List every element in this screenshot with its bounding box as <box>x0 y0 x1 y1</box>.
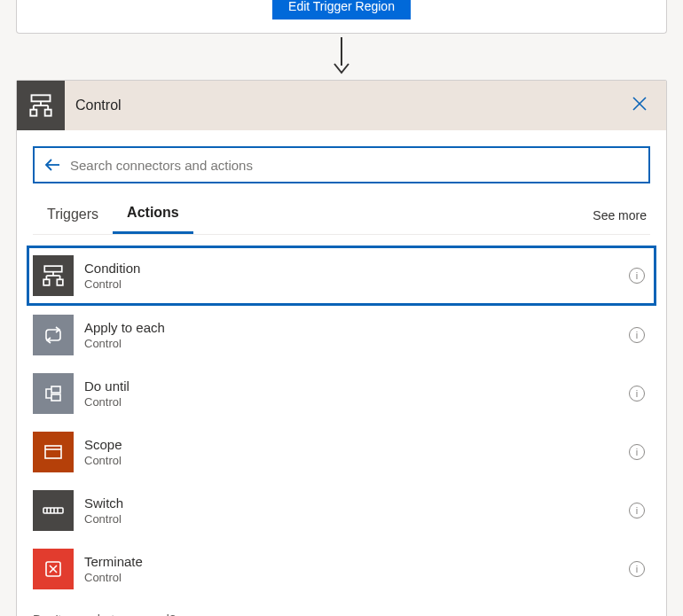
dountil-icon <box>33 373 74 414</box>
info-icon[interactable]: i <box>629 268 645 284</box>
trigger-card: Edit Trigger Region <box>16 0 667 34</box>
action-subtitle: Control <box>84 277 629 291</box>
action-title: Switch <box>84 495 629 511</box>
action-text: Apply to eachControl <box>84 320 629 350</box>
action-item-terminate[interactable]: TerminateControli <box>29 540 654 598</box>
loop-icon <box>33 315 74 355</box>
action-text: ConditionControl <box>84 261 629 291</box>
action-subtitle: Control <box>84 571 629 584</box>
svg-rect-17 <box>57 279 63 285</box>
switch-icon <box>33 490 74 531</box>
info-icon[interactable]: i <box>629 386 645 402</box>
action-subtitle: Control <box>84 512 629 526</box>
action-text: Do untilControl <box>84 378 629 409</box>
action-text: SwitchControl <box>84 495 629 526</box>
action-title: Apply to each <box>84 320 629 335</box>
back-icon[interactable] <box>43 156 61 174</box>
search-input[interactable] <box>70 158 640 173</box>
svg-rect-21 <box>45 446 61 458</box>
action-text: TerminateControl <box>84 554 629 584</box>
svg-rect-6 <box>30 110 36 116</box>
svg-rect-7 <box>45 110 51 116</box>
action-list: ConditionControliApply to eachControliDo… <box>17 235 666 598</box>
tabs: Triggers Actions See more <box>33 196 650 235</box>
control-icon <box>17 81 65 130</box>
panel-title: Control <box>65 97 627 113</box>
svg-rect-11 <box>44 266 62 272</box>
action-subtitle: Control <box>84 454 629 467</box>
action-title: Terminate <box>84 554 629 569</box>
info-icon[interactable]: i <box>629 561 645 577</box>
action-item-do-until[interactable]: Do untilControli <box>29 364 654 423</box>
see-more-link[interactable]: See more <box>589 199 650 231</box>
svg-rect-19 <box>51 386 60 393</box>
action-text: ScopeControl <box>84 437 629 467</box>
condition-icon <box>33 255 74 296</box>
flow-arrow-icon <box>0 34 683 80</box>
tab-triggers[interactable]: Triggers <box>33 198 113 233</box>
action-item-condition[interactable]: ConditionControli <box>27 246 656 306</box>
action-title: Do until <box>84 378 629 394</box>
action-title: Condition <box>84 261 629 276</box>
svg-rect-20 <box>51 394 60 401</box>
action-title: Scope <box>84 437 629 452</box>
edit-trigger-button[interactable]: Edit Trigger Region <box>272 0 411 19</box>
action-item-apply-to-each[interactable]: Apply to eachControli <box>29 306 654 364</box>
svg-rect-16 <box>43 279 50 285</box>
info-icon[interactable]: i <box>629 444 645 460</box>
close-icon[interactable] <box>627 91 652 121</box>
action-picker-panel: Control Triggers Actions See more Condit… <box>16 80 667 616</box>
panel-header: Control <box>17 81 666 130</box>
scope-icon <box>33 432 74 472</box>
info-icon[interactable]: i <box>629 503 645 519</box>
action-subtitle: Control <box>84 337 629 350</box>
terminate-icon <box>33 549 74 589</box>
action-subtitle: Control <box>84 395 629 409</box>
footer-help-text: Don't see what you need? <box>17 598 666 616</box>
svg-rect-1 <box>32 95 51 101</box>
action-item-switch[interactable]: SwitchControli <box>29 481 654 540</box>
action-item-scope[interactable]: ScopeControli <box>29 423 654 481</box>
info-icon[interactable]: i <box>629 327 645 343</box>
tab-actions[interactable]: Actions <box>113 196 193 234</box>
search-container <box>33 146 650 183</box>
